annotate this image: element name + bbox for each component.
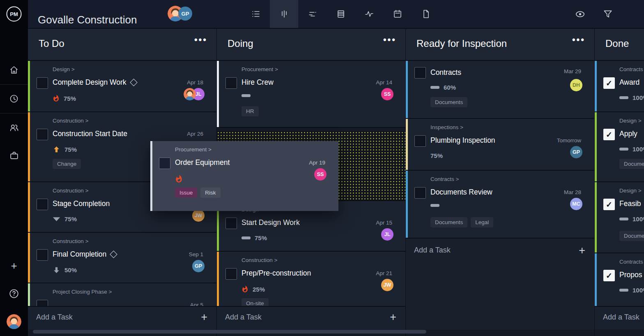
assignees: GP (192, 260, 205, 272)
sidebar-help-button[interactable] (0, 285, 28, 302)
task-card[interactable]: Contracts > Documents Review Mar 28 Docu… (406, 171, 594, 238)
task-card[interactable]: Inspections > Plumbing Inspection Tomorr… (406, 119, 594, 170)
sidebar-item-home[interactable] (0, 62, 28, 78)
horizontal-scrollbar-thumb[interactable] (33, 330, 426, 334)
task-title: Construction Start Date (53, 130, 127, 138)
board-view-button[interactable] (270, 0, 298, 28)
column-header: Doing ••• (217, 29, 405, 61)
column-menu-button[interactable]: ••• (383, 35, 396, 45)
task-checkbox[interactable] (159, 158, 170, 169)
due-date: Apr 5 (190, 302, 203, 306)
app-window: PM Govalle Construction GP (0, 0, 644, 336)
column-menu-button[interactable]: ••• (572, 35, 585, 45)
visibility-button[interactable] (572, 0, 588, 28)
due-date: Sep 1 (189, 251, 203, 257)
add-task-inline[interactable]: Add a Task + (406, 239, 594, 265)
flame-icon (175, 174, 183, 183)
app-logo[interactable]: PM (0, 0, 28, 28)
task-phase-link[interactable]: Design > (619, 188, 642, 194)
card-list: Contracts Mar 29 60% Documents DH Inspec… (406, 61, 594, 265)
progress-value: 75% (64, 95, 76, 102)
task-checkbox-checked[interactable]: ✓ (603, 77, 615, 89)
sidebar-add-button[interactable]: + (0, 257, 28, 274)
column-header: Ready for Inspection ••• (406, 29, 594, 61)
task-progress: 100% (619, 94, 644, 101)
top-bar: PM Govalle Construction GP (0, 0, 644, 28)
column-menu-button[interactable]: ••• (194, 35, 207, 45)
list-view-button[interactable] (242, 0, 270, 28)
activity-view-button[interactable] (355, 0, 383, 28)
add-task-footer[interactable]: Add a Task + (28, 306, 216, 329)
assignees: SS (381, 88, 393, 100)
gantt-view-button[interactable] (298, 0, 327, 28)
task-checkbox[interactable] (37, 77, 48, 89)
task-checkbox[interactable] (414, 67, 426, 79)
task-card[interactable]: Contracts Mar 29 60% Documents DH (406, 61, 594, 118)
task-phase-link[interactable]: Procurement > (175, 146, 212, 153)
task-progress: 75% (242, 234, 267, 241)
task-phase-link[interactable]: Construction > (53, 188, 88, 194)
task-card[interactable]: Procurement > Hire Crew Apr 14 HR SS (217, 61, 405, 127)
document-icon (421, 9, 431, 19)
task-phase-link[interactable]: Contracts > (430, 176, 459, 182)
due-date: Apr 15 (376, 220, 392, 226)
assignee-avatar: MC (570, 198, 582, 210)
column-ready-for-inspection: Ready for Inspection ••• Contracts Mar 2… (406, 29, 594, 336)
task-checkbox[interactable] (37, 129, 48, 140)
task-phase-link[interactable]: Design > (53, 66, 75, 72)
sidebar-item-time[interactable] (0, 90, 28, 107)
task-progress: 75% (53, 94, 76, 102)
tag: HR (242, 106, 259, 116)
task-phase-link[interactable]: Construction > (53, 118, 88, 124)
task-checkbox[interactable] (414, 135, 426, 147)
sheet-view-button[interactable] (327, 0, 355, 28)
assignee-avatar: GP (570, 146, 582, 158)
task-checkbox-checked[interactable]: ✓ (603, 199, 615, 210)
sidebar-item-work[interactable] (0, 147, 28, 164)
add-task-footer[interactable]: Add a Task (595, 306, 644, 329)
task-checkbox[interactable] (225, 77, 237, 89)
task-phase-link[interactable]: Inspections > (430, 124, 463, 130)
task-card[interactable]: Construction > Prep/Pre-construction Apr… (217, 252, 405, 306)
task-card[interactable]: Contracts > ✓ Propos 100% (595, 253, 644, 306)
docs-view-button[interactable] (412, 0, 440, 28)
task-title: Prep/Pre-construction (242, 269, 311, 278)
column-header: To Do ••• (28, 29, 216, 61)
dragging-task-card[interactable]: Procurement > Order Equipment Apr 19 Iss… (150, 141, 338, 211)
task-card[interactable]: Contracts > ✓ Award 100% (595, 61, 644, 111)
task-title: Apply (619, 130, 637, 138)
sidebar-divider (0, 113, 28, 114)
task-phase-link[interactable]: Design > (619, 118, 642, 124)
task-tags: Change (53, 159, 81, 169)
task-phase-link[interactable]: Contracts > (619, 66, 644, 72)
task-phase-link[interactable]: Construction > (53, 238, 88, 244)
task-card[interactable]: Construction > Final Completion Sep 1 50… (28, 233, 216, 283)
task-checkbox[interactable] (37, 300, 48, 306)
add-task-label: Add a Task (414, 246, 451, 255)
project-members[interactable]: GP (168, 6, 196, 22)
task-phase-link[interactable]: Project Closing Phase > (53, 289, 112, 295)
task-checkbox[interactable] (225, 268, 237, 280)
task-phase-link[interactable]: Construction > (242, 257, 277, 263)
task-checkbox[interactable] (37, 249, 48, 261)
task-card[interactable]: Design > ✓ Feasib 100% Documents (595, 182, 644, 253)
filter-button[interactable] (600, 0, 616, 28)
calendar-view-button[interactable] (383, 0, 412, 28)
task-checkbox-checked[interactable]: ✓ (603, 129, 615, 140)
add-task-footer[interactable]: Add a Task + (217, 306, 405, 329)
assignees: JW (381, 279, 393, 291)
people-icon (9, 123, 19, 133)
task-card-cut[interactable]: Project Closing Phase > Apr 5 (28, 283, 216, 306)
assignee-photo-avatar (184, 88, 196, 100)
task-checkbox[interactable] (225, 218, 237, 229)
task-checkbox[interactable] (37, 199, 48, 210)
sidebar-item-team[interactable] (0, 119, 28, 136)
task-checkbox-checked[interactable]: ✓ (603, 270, 615, 281)
task-card[interactable]: Design > Complete Design Work Apr 18 75% (28, 61, 216, 111)
task-card[interactable]: Design > ✓ Apply 100% Documents (595, 112, 644, 181)
calendar-view-icon (393, 9, 402, 19)
sidebar-profile-avatar[interactable] (0, 313, 28, 330)
task-phase-link[interactable]: Contracts > (619, 259, 644, 265)
task-checkbox[interactable] (414, 187, 426, 199)
task-phase-link[interactable]: Procurement > (242, 66, 278, 72)
